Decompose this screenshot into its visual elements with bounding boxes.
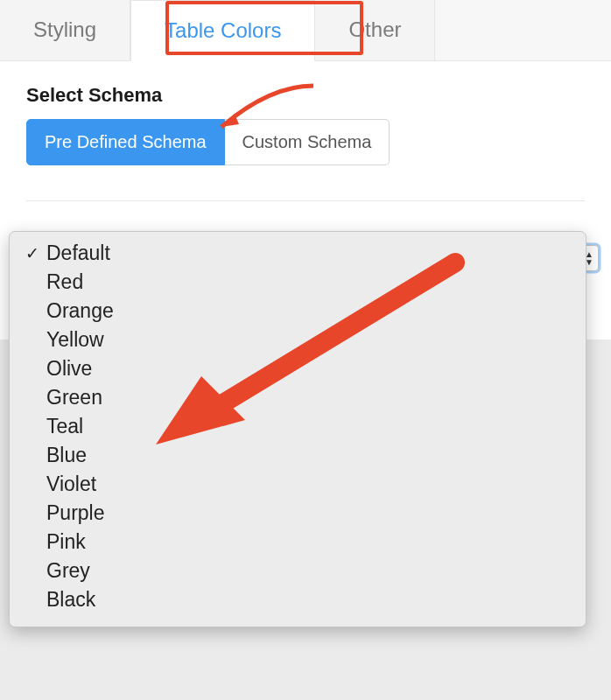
tab-content: Select Schema Pre Defined Schema Custom … bbox=[0, 61, 611, 174]
dropdown-label: Teal bbox=[46, 415, 83, 438]
dropdown-item-olive[interactable]: Olive bbox=[10, 354, 586, 383]
dropdown-item-violet[interactable]: Violet bbox=[10, 470, 586, 499]
divider bbox=[26, 200, 585, 201]
dropdown-label: Blue bbox=[46, 444, 87, 467]
dropdown-item-pink[interactable]: Pink bbox=[10, 528, 586, 556]
dropdown-label: Default bbox=[46, 242, 110, 265]
tab-bar: Styling Table Colors Other bbox=[0, 0, 611, 61]
dropdown-item-orange[interactable]: Orange bbox=[10, 297, 586, 326]
tab-other[interactable]: Other bbox=[315, 0, 435, 60]
dropdown-label: Purple bbox=[46, 501, 104, 525]
schema-button-group: Pre Defined Schema Custom Schema bbox=[26, 119, 585, 165]
dropdown-item-yellow[interactable]: Yellow bbox=[10, 326, 586, 354]
section-title: Select Schema bbox=[26, 84, 585, 107]
dropdown-label: Violet bbox=[46, 472, 96, 496]
dropdown-item-grey[interactable]: Grey bbox=[10, 556, 586, 585]
color-schema-dropdown: ✓ Default Red Orange Yellow Olive Green … bbox=[9, 231, 586, 627]
checkmark-icon: ✓ bbox=[25, 243, 45, 263]
dropdown-label: Red bbox=[46, 270, 83, 294]
predefined-schema-button[interactable]: Pre Defined Schema bbox=[26, 119, 225, 165]
dropdown-item-blue[interactable]: Blue bbox=[10, 441, 586, 470]
dropdown-label: Yellow bbox=[46, 328, 104, 352]
dropdown-label: Olive bbox=[46, 357, 92, 381]
dropdown-item-teal[interactable]: Teal bbox=[10, 412, 586, 441]
dropdown-label: Green bbox=[46, 386, 102, 410]
dropdown-label: Orange bbox=[46, 299, 114, 323]
dropdown-item-purple[interactable]: Purple bbox=[10, 499, 586, 528]
dropdown-label: Pink bbox=[46, 530, 86, 554]
tab-table-colors[interactable]: Table Colors bbox=[130, 0, 315, 61]
dropdown-item-default[interactable]: ✓ Default bbox=[10, 239, 586, 268]
dropdown-label: Grey bbox=[46, 559, 90, 583]
dropdown-label: Black bbox=[46, 588, 95, 612]
dropdown-item-green[interactable]: Green bbox=[10, 383, 586, 412]
dropdown-item-black[interactable]: Black bbox=[10, 585, 586, 614]
dropdown-item-red[interactable]: Red bbox=[10, 268, 586, 297]
tab-styling[interactable]: Styling bbox=[0, 0, 130, 60]
custom-schema-button[interactable]: Custom Schema bbox=[225, 119, 390, 165]
